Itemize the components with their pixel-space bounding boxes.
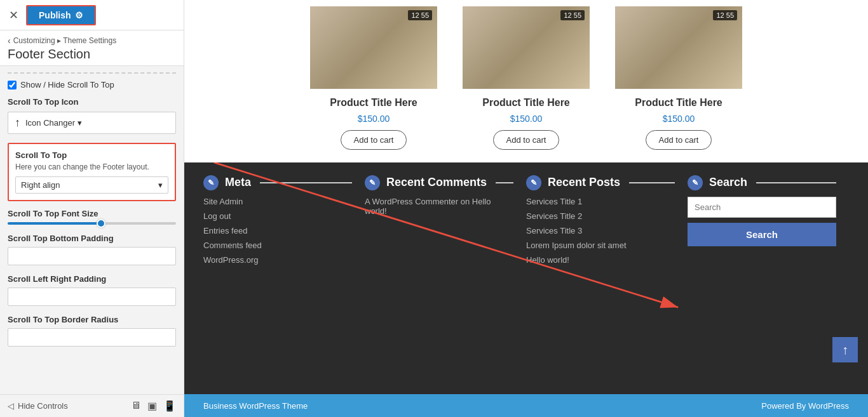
footer-link[interactable]: WordPress.org (203, 255, 352, 265)
product-clock: 12 55 (560, 10, 585, 20)
panel-footer: ◁ Hide Controls 🖥 ▣ 📱 (0, 394, 184, 417)
panel-title: Footer Section (8, 47, 176, 62)
up-arrow-icon: ↑ (15, 116, 20, 129)
desktop-icon[interactable]: 🖥 (131, 400, 141, 412)
gear-icon: ⚙ (75, 10, 83, 20)
show-hide-scroll-label: Show / Hide Scroll To Top (20, 80, 114, 89)
divider (8, 72, 176, 74)
product-clock: 12 55 (713, 10, 737, 20)
product-card: 12 55 Product Title Here $150.00 Add to … (463, 6, 590, 150)
footer-bottom-bar: Business WordPress Theme Powered By Word… (184, 394, 868, 417)
hide-controls-icon: ◁ (8, 401, 14, 411)
icon-changer-label: Icon Changer (25, 118, 75, 128)
add-to-cart-button[interactable]: Add to cart (493, 130, 560, 150)
product-image: 12 55 (615, 6, 742, 89)
border-radius-label: Scroll To Top Border Radius (8, 315, 176, 324)
show-hide-scroll-checkbox[interactable] (8, 81, 17, 89)
scroll-to-top-icon-label: Scroll To Top Icon (8, 97, 176, 107)
footer-link[interactable]: Site Admin (203, 197, 352, 206)
product-title: Product Title Here (635, 96, 722, 110)
breadcrumb: Customizing ▸ Theme Settings (13, 36, 117, 45)
product-image: 12 55 (310, 6, 437, 89)
customizer-panel: ✕ Publish ⚙ ‹ Customizing ▸ Theme Settin… (0, 0, 184, 417)
publish-button[interactable]: Publish ⚙ (26, 5, 96, 25)
products-section: 12 55 Product Title Here $150.00 Add to … (184, 0, 868, 162)
bottom-padding-label: Scroll Top Bottom Padding (8, 234, 176, 243)
product-clock: 12 55 (408, 10, 432, 20)
search-col-icon: ✎ (688, 175, 703, 190)
chevron-down-icon: ▾ (158, 180, 163, 190)
scroll-to-top-box-title: Scroll To Top (15, 150, 168, 160)
footer-section: ✎ Meta Site Admin Log out Entries feed C… (184, 162, 868, 394)
hide-controls-button[interactable]: ◁ Hide Controls (8, 401, 68, 411)
add-to-cart-button[interactable]: Add to cart (646, 130, 712, 150)
footer-link[interactable]: Comments feed (203, 241, 352, 250)
footer-post-link[interactable]: Lorem Ipsum dolor sit amet (526, 241, 675, 250)
footer-link[interactable]: Log out (203, 211, 352, 221)
show-hide-scroll-row: Show / Hide Scroll To Top (8, 80, 176, 89)
bottom-padding-input[interactable] (8, 247, 176, 265)
footer-bottom-right: Powered By WordPress (761, 401, 849, 411)
border-radius-input[interactable] (8, 328, 176, 347)
comments-icon: ✎ (365, 175, 380, 190)
footer-post-link[interactable]: Hello world! (526, 255, 675, 265)
align-value: Right align (21, 180, 60, 190)
font-size-slider[interactable] (8, 222, 176, 225)
product-card: 12 55 Product Title Here $150.00 Add to … (310, 6, 437, 150)
product-price: $150.00 (663, 114, 695, 124)
footer-post-link[interactable]: Services Title 3 (526, 226, 675, 235)
chevron-down-icon: ▾ (78, 118, 82, 128)
footer-posts-column: ✎ Recent Posts Services Title 1 Services… (526, 175, 688, 381)
footer-meta-column: ✎ Meta Site Admin Log out Entries feed C… (203, 175, 365, 381)
align-select[interactable]: Right align ▾ (15, 176, 168, 194)
scroll-to-top-button[interactable]: ↑ (832, 337, 858, 362)
scroll-to-top-box: Scroll To Top Here you can change the Fo… (8, 143, 176, 201)
footer-comment: A WordPress Commenter on Hello world! (365, 197, 513, 216)
hide-controls-label: Hide Controls (18, 401, 68, 411)
product-title: Product Title Here (330, 96, 417, 110)
product-price: $150.00 (358, 114, 390, 124)
product-card: 12 55 Product Title Here $150.00 Add to … (615, 6, 742, 150)
icon-changer-select[interactable]: Icon Changer ▾ (25, 118, 82, 128)
back-button[interactable]: ‹ (8, 36, 11, 46)
font-size-label: Scroll To Top Font Size (8, 209, 176, 218)
device-icons: 🖥 ▣ 📱 (131, 400, 176, 412)
add-to-cart-button[interactable]: Add to cart (341, 130, 407, 150)
footer-post-link[interactable]: Services Title 1 (526, 197, 675, 206)
footer-search-title: ✎ Search (688, 175, 836, 190)
meta-icon: ✎ (203, 175, 219, 190)
preview-panel: 12 55 Product Title Here $150.00 Add to … (184, 0, 868, 417)
footer-post-link[interactable]: Services Title 2 (526, 211, 675, 221)
footer-link[interactable]: Entries feed (203, 226, 352, 235)
publish-label: Publish (39, 10, 71, 20)
panel-body: Show / Hide Scroll To Top Scroll To Top … (0, 66, 184, 394)
icon-changer-row: ↑ Icon Changer ▾ (8, 112, 176, 134)
product-title: Product Title Here (482, 96, 570, 110)
left-right-padding-label: Scroll Left Right Padding (8, 274, 176, 284)
close-button[interactable]: ✕ (6, 8, 21, 22)
footer-search-input[interactable] (688, 197, 836, 218)
mobile-icon[interactable]: 📱 (163, 400, 176, 412)
footer-comments-title: ✎ Recent Comments (365, 175, 513, 190)
footer-bottom-left: Business WordPress Theme (203, 401, 308, 411)
footer-comments-column: ✎ Recent Comments A WordPress Commenter … (365, 175, 526, 381)
tablet-icon[interactable]: ▣ (147, 400, 157, 412)
footer-meta-title: ✎ Meta (203, 175, 352, 190)
footer-search-button[interactable]: Search (688, 223, 836, 246)
left-right-padding-input[interactable] (8, 288, 176, 306)
footer-search-column: ✎ Search Search (688, 175, 849, 381)
scroll-to-top-box-desc: Here you can change the Footer layout. (15, 162, 168, 171)
footer-posts-title: ✎ Recent Posts (526, 175, 675, 190)
product-image: 12 55 (463, 6, 590, 89)
top-bar: ✕ Publish ⚙ (0, 0, 184, 30)
panel-header: ‹ Customizing ▸ Theme Settings Footer Se… (0, 30, 184, 66)
posts-icon: ✎ (526, 175, 541, 190)
product-price: $150.00 (510, 114, 543, 124)
